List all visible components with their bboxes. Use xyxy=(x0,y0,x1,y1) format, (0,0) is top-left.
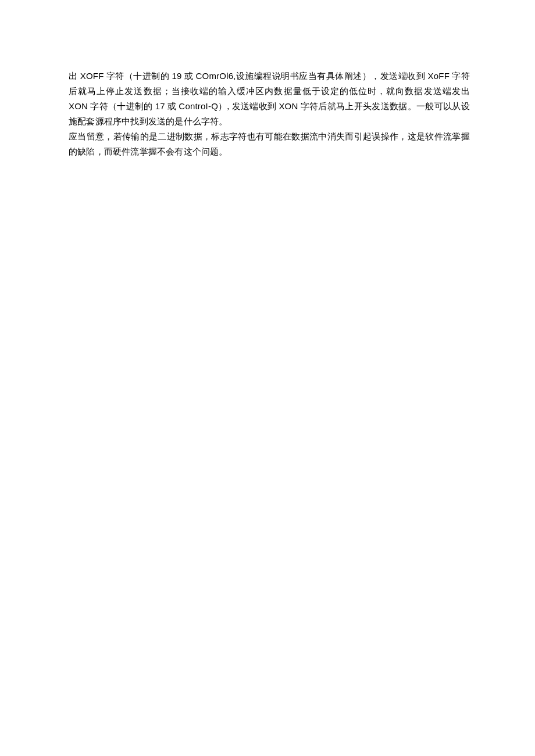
paragraph-2: 应当留意，若传输的是二进制数据，标志字符也有可能在数据流中消失而引起误操作，这是… xyxy=(69,129,470,159)
cjk-text-run: 设施编程说明书应当有具体阐述），发送端收到 xyxy=(236,71,428,81)
latin-text-run: 19 xyxy=(172,71,182,81)
latin-text-run: XoFF xyxy=(428,71,450,81)
cjk-text-run: 应当留意，若传输的是二进制数据，标志字符也有可能在数据流中消失而引起误操作，这是… xyxy=(69,132,470,156)
cjk-text-run: 字符（十进制的 xyxy=(88,102,155,111)
cjk-text-run: 出 xyxy=(69,71,80,81)
cjk-text-run: 或 xyxy=(165,102,179,111)
paragraph-1: 出 XOFF 字符（十进制的 19 或 COmrOl6,设施编程说明书应当有具体… xyxy=(69,69,470,129)
latin-text-run: XON xyxy=(279,101,298,111)
latin-text-run: 17 xyxy=(155,101,165,111)
latin-text-run: XOFF xyxy=(80,71,104,81)
cjk-text-run: 或 xyxy=(182,71,196,81)
document-page: 出 XOFF 字符（十进制的 19 或 COmrOl6,设施编程说明书应当有具体… xyxy=(0,0,535,159)
latin-text-run: ControI-Q xyxy=(179,101,218,111)
latin-text-run: XON xyxy=(69,101,88,111)
latin-text-run: COmrOl6, xyxy=(196,71,236,81)
cjk-text-run: ）, 发送端收到 xyxy=(218,102,279,111)
cjk-text-run: 字符（十进制的 xyxy=(104,71,172,81)
